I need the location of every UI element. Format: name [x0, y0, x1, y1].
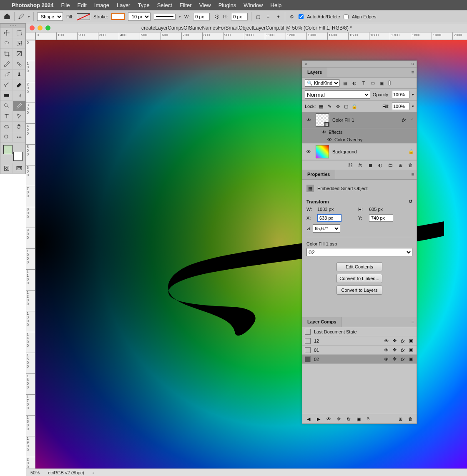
filter-type-icon[interactable]: T [361, 80, 367, 86]
layer-name[interactable]: Color Fill 1 [332, 118, 399, 123]
panel-menu-icon[interactable]: ≡ [409, 170, 417, 179]
lock-position-icon[interactable]: ✥ [335, 103, 341, 109]
fx-icon[interactable]: fx [357, 162, 363, 168]
gradient-tool[interactable] [0, 90, 13, 101]
tool-mode-select[interactable]: Shape [37, 13, 63, 21]
menu-select[interactable]: Select [157, 2, 172, 8]
comp-name[interactable]: 01 [314, 348, 380, 353]
comp-visibility-icon[interactable]: 👁 [383, 338, 389, 344]
hand-tool[interactable] [13, 122, 25, 132]
object-select-tool[interactable] [13, 38, 25, 49]
pen-tool[interactable] [13, 101, 25, 111]
zoom-window-button[interactable] [45, 25, 50, 30]
update-visibility-icon[interactable]: 👁 [326, 416, 331, 422]
marquee-tool[interactable] [13, 28, 25, 38]
comp-so-icon[interactable]: ▣ [408, 356, 414, 362]
new-layer-icon[interactable]: ⊞ [397, 162, 403, 168]
link-layers-icon[interactable]: ⛓ [347, 162, 353, 168]
lock-pixels-icon[interactable]: ✎ [326, 103, 332, 109]
tool-dropdown-icon[interactable]: ▾ [28, 15, 30, 19]
convert-to-linked-button[interactable]: Convert to Linked... [336, 274, 382, 283]
fill-opacity-input[interactable] [392, 103, 409, 110]
stroke-style-dropdown-icon[interactable]: ▾ [179, 15, 181, 19]
height-input[interactable] [231, 13, 248, 20]
panel-header[interactable]: × ›› [302, 61, 417, 68]
collapse-panel-icon[interactable]: ›› [411, 62, 414, 66]
comp-so-icon[interactable]: ▣ [408, 347, 414, 353]
frame-tool[interactable] [13, 49, 25, 59]
visibility-toggle[interactable]: 👁 [305, 149, 312, 154]
delete-comp-icon[interactable]: 🗑 [407, 416, 413, 422]
brush-tool[interactable] [0, 70, 13, 80]
type-tool[interactable] [0, 111, 13, 122]
fx-indicator[interactable]: fx [402, 118, 407, 123]
history-brush-tool[interactable] [0, 80, 13, 90]
layer-thumbnail[interactable]: ▦ [316, 113, 329, 127]
comp-row[interactable]: 01 👁✥fx▣ [302, 346, 417, 355]
effects-header[interactable]: 👁Effects [302, 128, 417, 136]
menu-view[interactable]: View [199, 2, 211, 8]
move-tool[interactable] [0, 28, 13, 38]
update-position-icon[interactable]: ✥ [336, 416, 341, 422]
comp-so-icon[interactable]: ▣ [408, 338, 414, 344]
comp-last-state[interactable]: Last Document State [302, 327, 417, 336]
app-name[interactable]: Photoshop 2024 [12, 2, 53, 8]
comp-fx-icon[interactable]: fx [400, 347, 406, 353]
comp-position-icon[interactable]: ✥ [392, 347, 397, 353]
adjustment-icon[interactable]: ◐ [377, 162, 383, 168]
comp-apply-marker[interactable] [305, 329, 311, 335]
tab-layer-comps[interactable]: Layer Comps [302, 317, 342, 327]
lock-artboard-icon[interactable]: ▢ [343, 103, 349, 109]
filter-smart-icon[interactable]: ▣ [379, 80, 385, 86]
gear-icon[interactable]: ⚙ [289, 13, 295, 20]
layer-name[interactable]: Background [332, 149, 405, 154]
layer-row[interactable]: 👁 Background 🔒 [302, 143, 417, 160]
layer-comp-select[interactable]: 02 [306, 248, 412, 256]
eyedropper-tool[interactable] [0, 59, 13, 70]
mask-icon[interactable]: ◼ [367, 162, 373, 168]
ruler-vertical[interactable]: 0100200300400500600700800900100011001200… [26, 40, 35, 476]
pen-tool-icon[interactable] [18, 13, 25, 20]
screen-mode-toggle[interactable] [13, 163, 25, 174]
layer-kind-filter[interactable]: 🔍 KindKind [305, 79, 340, 87]
minimize-window-button[interactable] [38, 25, 43, 30]
comp-visibility-icon[interactable]: 👁 [383, 347, 389, 353]
ruler-horizontal[interactable]: 0100200300400500600700800900100011001200… [35, 33, 467, 40]
eraser-tool[interactable] [13, 80, 25, 90]
stroke-width-select[interactable]: 10 px [128, 13, 151, 21]
titlebar[interactable]: createLayerCompsOfSameNamesForSmartObjec… [26, 23, 467, 33]
link-wh-icon[interactable]: ⛓ [213, 13, 220, 20]
update-comp-icon[interactable]: ↻ [366, 416, 372, 422]
home-button[interactable] [3, 13, 11, 21]
path-arrange-icon[interactable]: ✦ [275, 13, 281, 20]
color-swatches[interactable] [3, 144, 23, 162]
comp-row[interactable]: 02 👁✥fx▣ [302, 355, 417, 364]
visibility-toggle[interactable]: 👁 [305, 118, 312, 123]
panel-menu-icon[interactable]: ≡ [409, 68, 417, 77]
crop-tool[interactable] [0, 49, 13, 59]
zoom-tool[interactable] [0, 132, 13, 143]
path-ops-icon[interactable]: ▢ [255, 13, 261, 20]
tab-layers[interactable]: Layers [302, 68, 327, 77]
lock-transparency-icon[interactable]: ▦ [318, 103, 324, 109]
comp-position-icon[interactable]: ✥ [392, 338, 397, 344]
opacity-input[interactable] [392, 91, 409, 98]
edit-contents-button[interactable]: Edit Contents [336, 262, 382, 271]
lasso-tool[interactable] [0, 38, 13, 49]
width-input[interactable] [193, 13, 210, 20]
next-comp-icon[interactable]: ▶ [316, 416, 321, 422]
edit-toolbar[interactable] [13, 132, 25, 143]
menu-help[interactable]: Help [271, 2, 282, 8]
quick-mask-toggle[interactable] [0, 163, 13, 174]
toolbox-grip[interactable] [0, 24, 25, 28]
menu-filter[interactable]: Filter [180, 2, 192, 8]
angle-select[interactable]: 65,67° [313, 224, 340, 233]
filter-pixel-icon[interactable]: ▦ [342, 80, 348, 86]
prev-comp-icon[interactable]: ◀ [306, 416, 311, 422]
delete-layer-icon[interactable]: 🗑 [407, 162, 413, 168]
bucket-tool[interactable] [13, 90, 25, 101]
menu-image[interactable]: Image [94, 2, 109, 8]
menu-plugins[interactable]: Plugins [218, 2, 236, 8]
healing-tool[interactable] [13, 59, 25, 70]
auto-add-checkbox[interactable] [299, 13, 304, 20]
